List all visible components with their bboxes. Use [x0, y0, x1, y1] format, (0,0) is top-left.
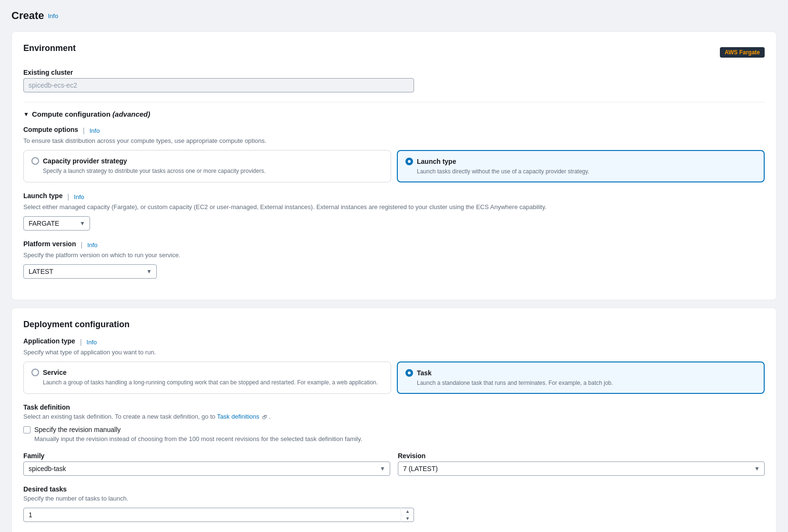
desired-tasks-label: Desired tasks — [23, 485, 765, 493]
task-option-label: Task — [417, 369, 432, 377]
application-type-field: Application type | Info Specify what typ… — [23, 337, 765, 394]
launch-type-compute-desc: Launch tasks directly without the use of… — [417, 168, 756, 175]
compute-config-label: Compute configuration (advanced) — [32, 110, 150, 118]
task-option-desc: Launch a standalone task that runs and t… — [417, 380, 756, 386]
service-radio[interactable] — [31, 369, 39, 376]
platform-version-description: Specify the platform version on which to… — [23, 251, 765, 259]
launch-type-description: Select either managed capacity (Fargate)… — [23, 203, 765, 211]
service-option-label: Service — [43, 369, 67, 376]
launch-type-label: Launch type — [23, 192, 62, 200]
family-select-wrapper: spicedb-task ▼ — [23, 462, 390, 476]
capacity-provider-option[interactable]: Capacity provider strategy Specify a lau… — [23, 150, 391, 182]
collapse-arrow-icon: ▼ — [23, 111, 29, 118]
desired-tasks-decrement[interactable]: ▼ — [401, 515, 414, 522]
launch-type-info-link[interactable]: Info — [74, 193, 84, 201]
deployment-config-title: Deployment configuration — [23, 320, 765, 330]
service-option-desc: Launch a group of tasks handling a long-… — [43, 379, 383, 386]
compute-options-label: Compute options — [23, 126, 78, 133]
platform-version-select-wrapper: LATEST 1.4.0 1.3.0 ▼ — [23, 264, 157, 279]
application-type-option-cards: Service Launch a group of tasks handling… — [23, 361, 765, 394]
existing-cluster-field: Existing cluster — [23, 69, 765, 92]
launch-type-compute-option[interactable]: Launch type Launch tasks directly withou… — [397, 150, 765, 182]
page-header: Create Info — [11, 8, 777, 24]
task-definition-description: Select an existing task definition. To c… — [23, 413, 765, 420]
external-link-icon: 🗗 — [262, 414, 267, 420]
desired-tasks-description: Specify the number of tasks to launch. — [23, 495, 765, 502]
deployment-config-card: Deployment configuration Application typ… — [11, 308, 777, 532]
application-type-description: Specify what type of application you wan… — [23, 349, 765, 356]
existing-cluster-input[interactable] — [23, 78, 414, 92]
specify-revision-label[interactable]: Specify the revision manually — [34, 426, 121, 433]
page-title: Create — [11, 10, 44, 22]
family-revision-row: Family spicedb-task ▼ Revision 7 (LATEST… — [23, 452, 765, 476]
revision-select-wrapper: 7 (LATEST) 6 5 4 ▼ — [398, 462, 765, 476]
desired-tasks-spinners: ▲ ▼ — [401, 508, 414, 522]
desired-tasks-field: Desired tasks Specify the number of task… — [23, 485, 765, 522]
platform-version-field: Platform version | Info Specify the plat… — [23, 240, 765, 279]
compute-option-cards: Capacity provider strategy Specify a lau… — [23, 150, 765, 182]
service-option[interactable]: Service Launch a group of tasks handling… — [23, 361, 391, 394]
task-definitions-link[interactable]: Task definitions — [217, 413, 259, 420]
task-radio[interactable] — [405, 369, 413, 377]
launch-type-compute-radio[interactable] — [405, 158, 413, 165]
capacity-provider-desc: Specify a launch strategy to distribute … — [43, 168, 383, 174]
aws-fargate-badge: AWS Fargate — [720, 47, 765, 58]
family-label: Family — [23, 452, 390, 460]
environment-card: Environment AWS Fargate Existing cluster… — [11, 31, 777, 300]
task-definition-field: Task definition Select an existing task … — [23, 403, 765, 442]
desired-tasks-input[interactable] — [23, 508, 414, 522]
capacity-provider-label: Capacity provider strategy — [43, 157, 127, 165]
specify-revision-checkbox[interactable] — [23, 426, 30, 433]
launch-type-select-wrapper: FARGATE EC2 EXTERNAL ▼ — [23, 216, 90, 231]
compute-config-section[interactable]: ▼ Compute configuration (advanced) — [23, 110, 765, 118]
application-type-info-link[interactable]: Info — [87, 339, 97, 346]
compute-options-info-link[interactable]: Info — [90, 127, 100, 134]
specify-revision-row: Specify the revision manually — [23, 426, 765, 433]
revision-field: Revision 7 (LATEST) 6 5 4 ▼ — [398, 452, 765, 476]
page-info-link[interactable]: Info — [48, 12, 58, 20]
platform-version-label: Platform version — [23, 240, 76, 248]
platform-version-info-link[interactable]: Info — [87, 241, 98, 249]
launch-type-field: Launch type | Info Select either managed… — [23, 192, 765, 231]
specify-revision-desc: Manually input the revision instead of c… — [34, 435, 765, 442]
application-type-label: Application type — [23, 337, 75, 345]
launch-type-select[interactable]: FARGATE EC2 EXTERNAL — [23, 216, 90, 231]
task-option[interactable]: Task Launch a standalone task that runs … — [397, 361, 765, 394]
launch-type-compute-label: Launch type — [417, 158, 456, 165]
family-select[interactable]: spicedb-task — [23, 462, 390, 476]
desired-tasks-input-wrapper: ▲ ▼ — [23, 508, 414, 522]
environment-card-title: Environment — [23, 43, 76, 53]
existing-cluster-label: Existing cluster — [23, 69, 765, 76]
compute-options-description: To ensure task distribution across your … — [23, 137, 765, 144]
revision-select[interactable]: 7 (LATEST) 6 5 4 — [398, 462, 765, 476]
capacity-provider-radio[interactable] — [31, 157, 39, 165]
family-field: Family spicedb-task ▼ — [23, 452, 390, 476]
desired-tasks-increment[interactable]: ▲ — [401, 508, 414, 515]
revision-label: Revision — [398, 452, 765, 460]
compute-options-field: Compute options | Info To ensure task di… — [23, 126, 765, 182]
platform-version-select[interactable]: LATEST 1.4.0 1.3.0 — [23, 264, 157, 279]
task-definition-label: Task definition — [23, 403, 765, 411]
